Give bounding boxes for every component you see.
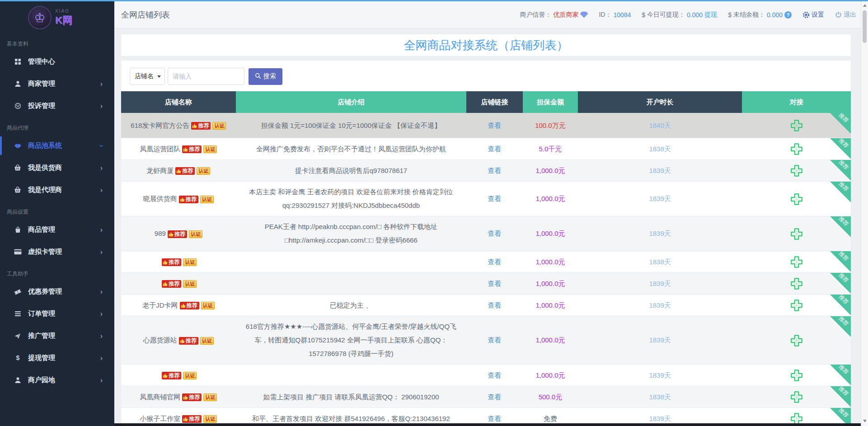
connect-button[interactable] bbox=[790, 255, 803, 269]
shop-table: 店铺名称 店铺介绍 店铺链接 担保金额 开户时长 对接 618发卡网官方公告推荐… bbox=[121, 91, 851, 426]
view-link[interactable]: 查看 bbox=[488, 393, 502, 401]
view-link[interactable]: 查看 bbox=[488, 336, 502, 344]
view-link[interactable]: 查看 bbox=[488, 280, 502, 287]
sidebar-item[interactable]: 我是供货商 › bbox=[0, 157, 114, 179]
search-input[interactable] bbox=[168, 68, 244, 85]
view-link[interactable]: 查看 bbox=[488, 145, 502, 153]
sidebar-item[interactable]: $ 提现管理 › bbox=[0, 347, 114, 369]
chevron-icon: › bbox=[100, 310, 103, 318]
view-link[interactable]: 查看 bbox=[488, 195, 502, 202]
view-link[interactable]: 查看 bbox=[488, 258, 502, 266]
grid-icon bbox=[14, 58, 22, 65]
view-link[interactable]: 查看 bbox=[488, 371, 502, 379]
sidebar-item[interactable]: 优惠券管理 › bbox=[0, 281, 114, 303]
withdraw-button[interactable]: 提现 bbox=[704, 11, 717, 19]
account-days: 1839天 bbox=[649, 301, 671, 309]
account-days: 1840天 bbox=[649, 122, 671, 129]
basket-icon bbox=[14, 187, 22, 193]
account-days: 1839天 bbox=[649, 195, 671, 202]
sidebar-item[interactable]: 商品池系统 › bbox=[0, 135, 114, 157]
connect-button[interactable] bbox=[790, 390, 803, 404]
recommend-badge: 推荐 bbox=[182, 393, 202, 401]
recommend-ribbon: 推荐 bbox=[830, 251, 851, 272]
sidebar: ♔ XIAO K网 基本资料 管理中心 商家管理 › bbox=[0, 1, 114, 426]
table-row: 晓晨供货商推荐认证 本店主卖 和评金鹰 王者农药的项目 欢迎各位前来对接 价格肯… bbox=[121, 182, 851, 216]
verified-badge: 认证 bbox=[201, 302, 215, 309]
logout-label[interactable]: 退出 bbox=[844, 11, 856, 19]
merchant-id: ID： 10084 bbox=[599, 11, 631, 19]
scroll-down-arrow-icon[interactable] bbox=[863, 420, 867, 422]
recommend-badge: 推荐 bbox=[182, 415, 202, 423]
connect-button[interactable] bbox=[790, 334, 803, 347]
shop-name: 小猴子工作室 bbox=[140, 415, 180, 422]
connect-button[interactable] bbox=[790, 119, 803, 132]
svg-text:$: $ bbox=[16, 355, 19, 361]
connect-button[interactable] bbox=[790, 164, 803, 178]
sidebar-item[interactable]: 投诉管理 › bbox=[0, 95, 114, 117]
account-days: 1838天 bbox=[649, 145, 671, 153]
connect-button[interactable] bbox=[790, 192, 803, 206]
settings[interactable]: 设置 bbox=[802, 11, 824, 19]
connect-button[interactable] bbox=[790, 227, 803, 241]
system-title: 全网商品对接系统（店铺列表） bbox=[404, 37, 568, 53]
shop-intro bbox=[236, 365, 466, 386]
connect-button[interactable] bbox=[790, 142, 803, 156]
search-button[interactable]: 搜索 bbox=[249, 68, 282, 85]
view-link[interactable]: 查看 bbox=[488, 415, 502, 422]
sidebar-item-label: 我是代理商 bbox=[28, 186, 62, 194]
connect-button[interactable] bbox=[790, 369, 803, 382]
view-link[interactable]: 查看 bbox=[488, 167, 502, 174]
col-shop-intro: 店铺介绍 bbox=[236, 91, 466, 113]
search-type-select[interactable]: 店铺名 bbox=[130, 68, 165, 85]
sidebar-item-label: 推广管理 bbox=[28, 332, 55, 340]
recommend-badge: 推荐 bbox=[182, 145, 202, 153]
sidebar-item[interactable]: 管理中心 bbox=[0, 51, 114, 73]
main-content: 全网商品对接系统（店铺列表） 店铺名 搜索 店铺名称 bbox=[114, 29, 861, 426]
sidebar-item[interactable]: 虚拟卡管理 › bbox=[0, 241, 114, 263]
recommend-ribbon: 推荐 bbox=[830, 273, 851, 294]
settings-label[interactable]: 设置 bbox=[812, 11, 824, 19]
connect-button[interactable] bbox=[790, 277, 803, 290]
vertical-scrollbar[interactable] bbox=[861, 1, 868, 426]
guarantee-amount: 100.0万元 bbox=[535, 122, 566, 129]
sidebar-item-label: 我是供货商 bbox=[28, 164, 62, 172]
sidebar-item[interactable]: 商户园地 › bbox=[0, 369, 114, 391]
recommend-badge: 推荐 bbox=[168, 230, 187, 238]
sidebar-item[interactable]: 商家管理 › bbox=[0, 73, 114, 95]
table-header-row: 店铺名称 店铺介绍 店铺链接 担保金额 开户时长 对接 bbox=[121, 91, 851, 113]
view-link[interactable]: 查看 bbox=[488, 301, 502, 309]
sidebar-section-label: 基本资料 bbox=[0, 33, 114, 51]
connect-button[interactable] bbox=[790, 299, 803, 312]
reputation-label: 商户信誉： bbox=[520, 11, 551, 19]
chevron-icon: › bbox=[100, 332, 103, 340]
view-link[interactable]: 查看 bbox=[488, 122, 502, 129]
account-days: 1839天 bbox=[649, 229, 671, 237]
recommend-ribbon: 推荐 bbox=[830, 365, 851, 385]
id-value: 10084 bbox=[613, 11, 631, 19]
sidebar-item-label: 虚拟卡管理 bbox=[28, 248, 62, 256]
verified-badge: 认证 bbox=[200, 196, 214, 203]
sidebar-item[interactable]: 推广管理 › bbox=[0, 325, 114, 347]
sidebar-item-label: 订单管理 bbox=[28, 309, 55, 318]
view-link[interactable]: 查看 bbox=[488, 229, 502, 237]
logout[interactable]: 退出 bbox=[835, 11, 856, 19]
guarantee-amount: 1,000.0元 bbox=[535, 336, 565, 344]
chevron-down-icon bbox=[157, 75, 161, 78]
verified-badge: 认证 bbox=[183, 372, 197, 379]
id-label: ID： bbox=[599, 11, 611, 19]
table-row: 龙虾商厦推荐认证 提卡注意看商品说明售后q978078617 查看 1,000.… bbox=[121, 160, 851, 182]
guarantee-amount: 1,000.0元 bbox=[535, 301, 565, 309]
sidebar-item[interactable]: 商品管理 › bbox=[0, 219, 114, 241]
chevron-icon: › bbox=[100, 80, 103, 88]
sidebar-item[interactable]: 我是代理商 › bbox=[0, 179, 114, 201]
col-connect: 对接 bbox=[742, 91, 851, 113]
guarantee-amount: 1,000.0元 bbox=[535, 229, 565, 237]
sidebar-item-label: 管理中心 bbox=[28, 57, 55, 66]
sidebar-item[interactable]: 订单管理 › bbox=[0, 303, 114, 325]
shop-name: 凤凰运营团队 bbox=[140, 145, 180, 153]
search-button-label: 搜索 bbox=[263, 72, 276, 80]
scrollbar-thumb[interactable] bbox=[863, 10, 867, 43]
help-icon[interactable]: ? bbox=[784, 11, 792, 19]
scroll-up-arrow-icon[interactable] bbox=[863, 4, 867, 7]
chevron-icon: › bbox=[100, 248, 103, 256]
